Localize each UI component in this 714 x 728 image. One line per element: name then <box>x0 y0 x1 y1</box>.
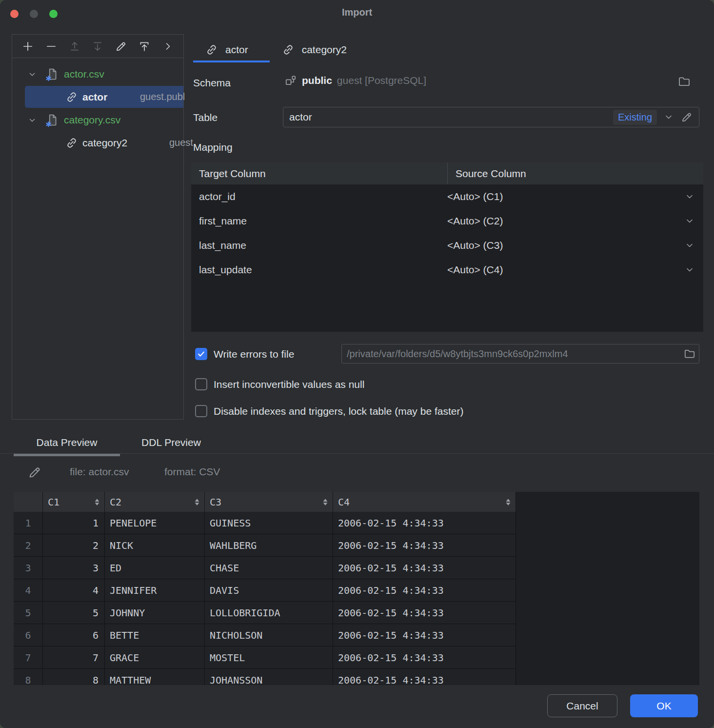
move-down-icon[interactable] <box>91 40 104 53</box>
link-icon <box>65 136 79 150</box>
sort-icon[interactable] <box>94 498 100 506</box>
cell-c3: CHASE <box>205 557 333 579</box>
import-dialog: Import <box>0 0 714 728</box>
checkbox-label: Disable indexes and triggers, lock table… <box>214 405 463 417</box>
cell-c1: 5 <box>43 602 105 624</box>
tab-ddl-preview[interactable]: DDL Preview <box>120 431 222 454</box>
tab-data-preview[interactable]: Data Preview <box>14 431 120 454</box>
table-row: 1 1 PENELOPE GUINESS 2006-02-15 4:34:33 <box>14 512 699 534</box>
folder-icon[interactable] <box>677 74 692 89</box>
tab-label: DDL Preview <box>141 437 201 448</box>
cell-c1: 3 <box>43 557 105 579</box>
table-mode-badge[interactable]: Existing <box>613 110 657 125</box>
move-up-icon[interactable] <box>68 40 81 53</box>
disable-indexes-checkbox[interactable]: Disable indexes and triggers, lock table… <box>195 405 463 417</box>
tree-item-mapping-selected[interactable]: actor guest.publ <box>12 85 183 108</box>
chevron-down-icon[interactable] <box>684 240 695 251</box>
cell-c2: JENNIFER <box>105 579 205 602</box>
pencil-icon[interactable] <box>27 465 42 480</box>
cancel-button[interactable]: Cancel <box>547 694 617 717</box>
table-row: 4 4 JENNIFER DAVIS 2006-02-15 4:34:33 <box>14 579 699 602</box>
chevron-down-icon[interactable] <box>27 69 38 80</box>
source-column-dropdown[interactable]: <Auto> (C3) <box>447 240 703 251</box>
tab-actor[interactable]: actor <box>193 37 270 62</box>
schema-suffix: guest [PostgreSQL] <box>337 75 426 86</box>
mapping-table: Target Column Source Column actor_id <Au… <box>191 162 703 332</box>
sort-icon[interactable] <box>505 498 512 506</box>
dialog-footer: Cancel OK <box>0 685 714 728</box>
mapping-header-source: Source Column <box>447 162 703 184</box>
chevron-down-icon[interactable] <box>684 191 695 202</box>
source-column-dropdown[interactable]: <Auto> (C2) <box>447 215 703 227</box>
checkbox-checked-icon[interactable] <box>195 348 207 360</box>
cell-c4: 2006-02-15 4:34:33 <box>333 669 516 685</box>
cell-c1: 7 <box>43 647 105 669</box>
table-name-input[interactable]: actor Existing <box>283 107 699 127</box>
table-label: Table <box>193 112 218 123</box>
chevron-down-icon[interactable] <box>684 264 695 276</box>
sort-icon[interactable] <box>194 498 200 506</box>
chevron-down-icon[interactable] <box>27 115 38 125</box>
insert-null-checkbox[interactable]: Insert inconvertible values as null <box>195 378 364 390</box>
mapping-header-row: Target Column Source Column <box>191 162 703 184</box>
column-header-c3[interactable]: C3 <box>205 492 333 512</box>
ok-button[interactable]: OK <box>630 694 698 717</box>
write-errors-checkbox[interactable]: Write errors to file <box>195 348 294 360</box>
preview-info-bar: file: actor.csv format: CSV <box>0 463 714 483</box>
cell-c4: 2006-02-15 4:34:33 <box>333 512 516 534</box>
tree-toolbar <box>12 35 183 58</box>
cell-c2: NICK <box>105 534 205 557</box>
chevron-down-icon[interactable] <box>663 111 674 123</box>
table-row: 5 5 JOHNNY LOLLOBRIGIDA 2006-02-15 4:34:… <box>14 602 699 624</box>
chevron-down-icon[interactable] <box>684 215 695 227</box>
source-column-dropdown[interactable]: <Auto> (C4) <box>447 264 703 276</box>
cell-c4: 2006-02-15 4:34:33 <box>333 534 516 557</box>
table-name-value: actor <box>289 111 613 123</box>
mapping-row: actor_id <Auto> (C1) <box>191 184 703 209</box>
cell-c4: 2006-02-15 4:34:33 <box>333 579 516 602</box>
checkbox-unchecked-icon[interactable] <box>195 405 207 417</box>
export-icon[interactable] <box>138 40 151 53</box>
pencil-icon[interactable] <box>680 111 693 123</box>
cell-c3: JOHANSSON <box>205 669 333 685</box>
tree-item-mapping[interactable]: category2 guest <box>12 131 183 154</box>
source-column-dropdown[interactable]: <Auto> (C1) <box>447 191 703 202</box>
chevron-right-icon[interactable] <box>161 40 175 53</box>
cell-c1: 1 <box>43 512 105 534</box>
folder-icon[interactable] <box>683 347 696 360</box>
remove-icon[interactable] <box>44 40 58 53</box>
tree-item-file[interactable]: category.csv <box>12 108 183 131</box>
cell-c2: BETTE <box>105 624 205 647</box>
cell-c3: MOSTEL <box>205 647 333 669</box>
schema-picker[interactable]: public guest [PostgreSQL] <box>284 74 426 87</box>
preview-tabs: Data Preview DDL Preview <box>0 431 222 454</box>
column-header-c1[interactable]: C1 <box>43 492 105 512</box>
row-number: 2 <box>14 534 43 557</box>
row-number: 4 <box>14 579 43 602</box>
edit-icon[interactable] <box>114 40 128 53</box>
sort-icon[interactable] <box>322 498 329 506</box>
csv-file-icon <box>45 67 59 81</box>
column-header-c4[interactable]: C4 <box>333 492 516 512</box>
cell-c3: GUINESS <box>205 512 333 534</box>
row-number: 8 <box>14 669 43 685</box>
import-tabs: actor category2 <box>193 37 368 62</box>
table-row: 8 8 MATTHEW JOHANSSON 2006-02-15 4:34:33 <box>14 669 699 685</box>
cell-c1: 8 <box>43 669 105 685</box>
cell-c3: NICHOLSON <box>205 624 333 647</box>
mapping-row: last_name <Auto> (C3) <box>191 233 703 258</box>
target-column: actor_id <box>191 191 447 202</box>
error-file-path-input[interactable]: /private/var/folders/d5/w8ytbjts3mn9ck6s… <box>341 344 699 364</box>
tab-category2[interactable]: category2 <box>270 37 368 62</box>
checkbox-unchecked-icon[interactable] <box>195 378 207 390</box>
cell-c3: LOLLOBRIGIDA <box>205 602 333 624</box>
tree-item-file[interactable]: actor.csv <box>12 62 183 85</box>
schema-label: Schema <box>193 77 231 89</box>
add-icon[interactable] <box>21 40 35 53</box>
tree-item-suffix: guest.publ <box>140 91 185 102</box>
column-header-c2[interactable]: C2 <box>105 492 205 512</box>
tree-item-label: actor <box>82 91 107 103</box>
checkbox-label: Write errors to file <box>214 348 294 360</box>
table-header-row: C1 C2 C3 C4 <box>14 492 699 512</box>
row-number: 5 <box>14 602 43 624</box>
